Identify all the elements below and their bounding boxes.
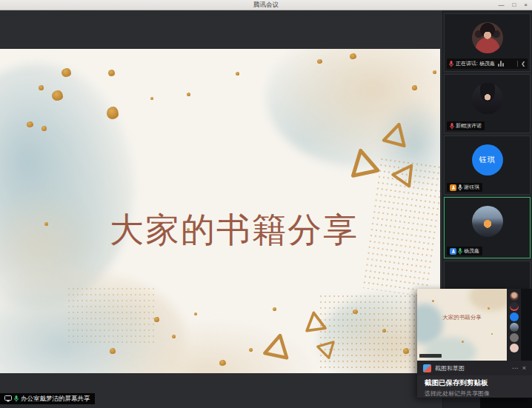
gold-triangle-icon — [262, 331, 293, 361]
participant-name-pill: 杨茂鑫 — [447, 247, 482, 255]
gold-dot — [194, 312, 197, 315]
avatar — [472, 22, 503, 53]
preview-slide: 大家的书籍分享 — [417, 289, 507, 361]
gold-dot — [236, 72, 239, 76]
gold-dot — [150, 97, 153, 100]
screenshot-toast[interactable]: 大家的书籍分享 截图和草图 ⋯ × 截图已保存到剪贴板 选择此处标记并共享图像 — [417, 289, 532, 398]
preview-participants-strip — [507, 289, 521, 361]
monitor-icon — [4, 395, 12, 402]
gold-dot — [219, 360, 226, 366]
screen-share-banner: 办公室戴梦洁的屏幕共享 — [0, 393, 95, 404]
minimize-button[interactable]: — — [498, 0, 504, 10]
participant-name: 杨茂鑫 — [464, 247, 479, 255]
avatar — [510, 333, 519, 342]
participant-tile[interactable]: 新帽演许诺 — [444, 74, 531, 133]
microphone-muted-icon — [450, 123, 454, 130]
microphone-active-icon — [458, 248, 462, 255]
microphone-icon — [458, 184, 462, 191]
gold-dot — [353, 310, 358, 314]
gold-dot — [52, 90, 63, 101]
gold-dot — [154, 317, 159, 322]
gold-dot — [110, 348, 116, 354]
toast-title: 截图已保存到剪贴板 — [425, 378, 525, 388]
gold-dot — [412, 85, 417, 90]
gold-dot — [27, 121, 33, 127]
host-badge-icon — [450, 184, 456, 191]
background-window-edge — [480, 398, 532, 408]
toast-app-name: 截图和草图 — [435, 364, 508, 372]
gold-dot — [44, 222, 48, 226]
gold-dot — [172, 335, 176, 338]
window-title: 腾讯会议 — [253, 1, 279, 10]
participant-name-pill: 新帽演许诺 — [447, 121, 485, 130]
gold-dot — [187, 93, 190, 96]
speaking-banner: 正在讲话: 杨茂鑫 ❮ — [447, 58, 528, 69]
member-badge-icon — [450, 248, 456, 255]
preview-share-banner — [419, 354, 442, 358]
preview-slide-title: 大家的书籍分享 — [417, 314, 507, 321]
gold-triangle-icon — [345, 145, 380, 178]
gold-dot — [39, 85, 44, 90]
collapse-sidebar-button[interactable]: ❮ — [517, 61, 525, 67]
screen-share-label: 办公室戴梦洁的屏幕共享 — [21, 395, 90, 404]
gold-dot — [273, 307, 276, 311]
avatar-initials: 钰琪 — [479, 155, 496, 165]
toast-header: 截图和草图 ⋯ × — [417, 361, 532, 375]
avatar — [510, 302, 519, 311]
window-controls: — □ × — [498, 0, 528, 10]
microphone-icon — [14, 395, 19, 402]
gold-dot — [403, 348, 409, 354]
audio-wave-icon — [498, 61, 504, 67]
avatar: 钰琪 — [472, 144, 503, 175]
avatar — [510, 292, 519, 301]
toast-subtitle: 选择此处标记并共享图像 — [425, 389, 525, 398]
gold-dot — [462, 341, 464, 343]
maximize-button[interactable]: □ — [512, 0, 516, 10]
toast-close-button[interactable]: × — [522, 364, 526, 372]
microphone-icon — [449, 61, 453, 67]
participant-name: 新帽演许诺 — [456, 122, 482, 130]
close-button[interactable]: × — [524, 0, 528, 10]
screenshot-preview[interactable]: 大家的书籍分享 — [417, 289, 532, 361]
gold-dot — [108, 70, 115, 76]
toast-more-button[interactable]: ⋯ — [512, 364, 519, 372]
participant-tile[interactable]: 钰琪 谢钰琪 — [444, 136, 531, 195]
participant-name-pill: 谢钰琪 — [447, 183, 482, 192]
window-titlebar: 腾讯会议 — □ × — [0, 0, 532, 10]
avatar — [472, 83, 503, 114]
gold-dot — [41, 126, 47, 131]
avatar — [510, 344, 519, 352]
gold-speckle-field — [67, 286, 156, 345]
avatar — [510, 312, 519, 321]
gold-dot — [432, 300, 434, 302]
meeting-window: 腾讯会议 — □ × — [0, 0, 532, 408]
gold-dot — [382, 329, 386, 332]
gold-dot — [249, 348, 253, 352]
gold-dot — [61, 68, 71, 77]
gold-triangle-icon — [302, 310, 327, 333]
speaking-label: 正在讲话: 杨茂鑫 — [456, 60, 495, 67]
participant-tile[interactable]: 正在讲话: 杨茂鑫 ❮ — [444, 13, 531, 72]
gold-dot — [350, 53, 356, 59]
avatar — [510, 323, 519, 332]
gold-dot — [491, 333, 493, 335]
slide-title: 大家的书籍分享 — [110, 207, 354, 253]
toast-body: 截图已保存到剪贴板 选择此处标记并共享图像 — [417, 375, 532, 398]
participant-name: 谢钰琪 — [464, 184, 479, 191]
shared-screen-slide: 大家的书籍分享 — [0, 49, 440, 373]
gold-dot — [433, 70, 436, 74]
gold-dot — [488, 307, 490, 310]
gold-dot — [317, 59, 322, 64]
participant-tile[interactable]: 杨茂鑫 — [444, 197, 531, 258]
snip-sketch-app-icon — [423, 364, 431, 372]
preview-edge — [521, 289, 532, 361]
avatar — [472, 206, 503, 237]
gold-dot — [107, 107, 119, 119]
